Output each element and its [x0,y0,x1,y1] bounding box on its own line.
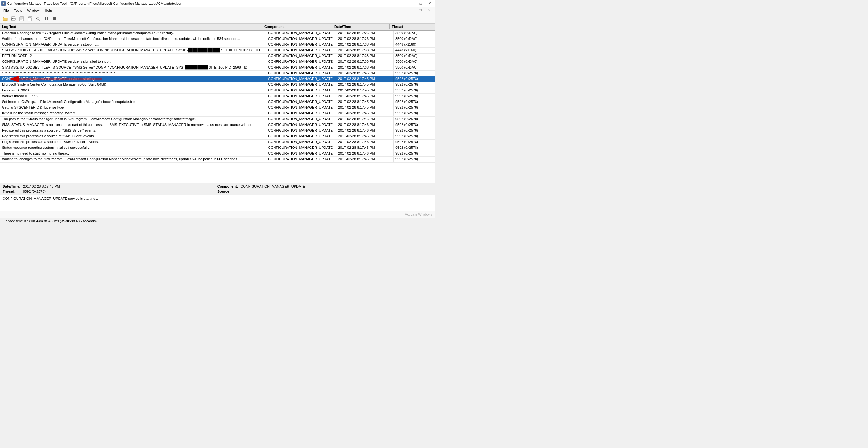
tool-pagesetup[interactable] [18,15,26,23]
log-datetime-cell: 2017-02-28 8:17:38 PM [336,65,394,70]
title-bar-controls: — □ ✕ [408,1,434,6]
tool-open[interactable] [1,15,9,23]
svg-rect-1 [3,18,7,21]
toolbar [0,14,435,24]
log-datetime-cell: 2017-02-28 8:17:45 PM [336,71,394,76]
log-text-cell: Detected a change to the "C:\Program Fil… [0,31,266,36]
log-datetime-cell: 2017-02-28 8:17:45 PM [336,88,394,93]
log-thread-cell: 4448 (x1160) [394,42,435,48]
col-header-datetime: Date/Time [333,24,390,29]
log-datetime-cell: 2017-02-28 8:17:46 PM [336,134,394,139]
tool-find[interactable] [34,15,42,23]
log-component-cell: CONFIGURATION_MANAGER_UPDATE [266,94,336,99]
col-header-log-text: Log Text [0,24,262,29]
log-component-cell: CONFIGURATION_MANAGER_UPDATE [266,99,336,105]
log-datetime-cell: 2017-02-28 8:17:46 PM [336,140,394,145]
maximize-button[interactable]: □ [416,1,425,6]
sub-close-button[interactable]: ✕ [425,8,433,13]
log-text-cell: RETURN CODE -2 [0,54,266,59]
log-table-body[interactable]: Detected a change to the "C:\Program Fil… [0,31,435,183]
table-row[interactable]: SMS_STATUS_MANAGER is not running as par… [0,122,435,128]
log-text-cell: Getting SYSCENTERID & iLicenseType [0,105,266,111]
log-component-cell: CONFIGURATION_MANAGER_UPDATE [266,31,336,36]
menu-tools[interactable]: Tools [11,8,25,13]
sub-restore-button[interactable]: ❐ [416,8,424,13]
table-row[interactable]: Registered this process as a source of "… [0,128,435,134]
detail-thread-value: 9592 (0x2578) [23,189,215,193]
log-text-cell: Waiting for changes to the "C:\Program F… [0,157,266,162]
svg-rect-5 [12,19,15,21]
svg-rect-16 [45,17,46,20]
log-datetime-cell: 2017-02-28 8:17:38 PM [336,48,394,53]
log-thread-cell: 9592 (0x2578) [394,122,435,128]
svg-point-14 [37,17,39,20]
log-thread-cell: 9592 (0x2578) [394,111,435,116]
minimize-button[interactable]: — [408,1,416,6]
detail-source-value [240,189,432,193]
detail-meta: Date/Time: 2017-02-28 8:17:45 PM Compone… [0,183,435,195]
table-row[interactable]: Waiting for changes to the "C:\Program F… [0,157,435,162]
table-row[interactable]: Waiting for changes to the "C:\Program F… [0,36,435,42]
log-datetime-cell: 2017-02-28 8:17:46 PM [336,111,394,116]
detail-component-label: Component: [217,184,238,188]
log-component-cell: CONFIGURATION_MANAGER_UPDATE [266,122,336,128]
table-row[interactable]: Set inbox to C:\Program Files\Microsoft … [0,99,435,105]
detail-thread-label: Thread: [3,189,20,193]
sub-minimize-button[interactable]: — [407,8,415,13]
log-component-cell: CONFIGURATION_MANAGER_UPDATE [266,54,336,59]
app-icon: 📋 [1,1,6,6]
log-component-cell: CONFIGURATION_MANAGER_UPDATE [266,117,336,122]
log-component-cell: CONFIGURATION_MANAGER_UPDATE [266,151,336,156]
menu-help[interactable]: Help [42,8,55,13]
table-row[interactable]: Registered this process as a source of "… [0,134,435,140]
table-row[interactable]: Microsoft System Center Configuration Ma… [0,82,435,88]
log-thread-cell: 9592 (0x2578) [394,82,435,88]
log-datetime-cell: 2017-02-28 8:17:45 PM [336,82,394,88]
table-row[interactable]: CONFIGURATION_MANAGER_UPDATE service is … [0,77,435,82]
tool-print[interactable] [9,15,17,23]
log-thread-cell: 9592 (0x2578) [394,99,435,105]
log-thread-cell: 3500 (0xDAC) [394,59,435,65]
table-row[interactable]: Process ID: 9028CONFIGURATION_MANAGER_UP… [0,88,435,94]
table-row[interactable]: The path to the "Status Manager" inbox i… [0,117,435,122]
log-text-cell: Initializing the status message reportin… [0,111,266,116]
log-component-cell: CONFIGURATION_MANAGER_UPDATE [266,48,336,53]
log-thread-cell: 9592 (0x2578) [394,128,435,133]
table-row[interactable]: There is no need to start monitoring thr… [0,151,435,157]
detail-source-label: Source: [217,189,238,193]
table-row[interactable]: Initializing the status message reportin… [0,111,435,117]
table-row[interactable]: Detected a change to the "C:\Program Fil… [0,31,435,36]
table-row[interactable]: CONFIGURATION_MANAGER_UPDATE service is … [0,42,435,48]
log-component-cell: CONFIGURATION_MANAGER_UPDATE [266,140,336,145]
menu-bar: File Tools Window Help — ❐ ✕ [0,7,435,14]
log-component-cell: CONFIGURATION_MANAGER_UPDATE [266,105,336,111]
tool-copy[interactable] [26,15,34,23]
col-header-component: Component [262,24,333,29]
table-row[interactable]: Worker thread ID: 9592CONFIGURATION_MANA… [0,94,435,99]
log-thread-cell: 3500 (0xDAC) [394,36,435,42]
table-row[interactable]: Getting SYSCENTERID & iLicenseTypeCONFIG… [0,105,435,111]
svg-rect-6 [12,19,13,19]
table-row[interactable]: Registered this process as a source of "… [0,140,435,145]
table-row[interactable]: STATMSG: ID=501 SEV=I LEV=M SOURCE="SMS … [0,48,435,54]
menu-file[interactable]: File [1,8,11,13]
table-row[interactable]: RETURN CODE -2CONFIGURATION_MANAGER_UPDA… [0,54,435,59]
log-text-cell: SMS_STATUS_MANAGER is not running as par… [0,122,266,128]
table-row[interactable]: STATMSG: ID=502 SEV=I LEV=M SOURCE="SMS … [0,65,435,71]
tool-pause[interactable] [43,15,50,23]
log-thread-cell: 9592 (0x2578) [394,140,435,145]
log-component-cell: CONFIGURATION_MANAGER_UPDATE [266,59,336,65]
tool-stop[interactable] [51,15,59,23]
log-thread-cell: 3500 (0xDAC) [394,65,435,70]
log-component-cell: CONFIGURATION_MANAGER_UPDATE [266,88,336,93]
table-row[interactable]: ****************************************… [0,71,435,77]
detail-datetime-value: 2017-02-28 8:17:45 PM [23,184,215,188]
log-thread-cell: 9592 (0x2578) [394,77,435,82]
log-datetime-cell: 2017-02-28 8:17:45 PM [336,99,394,105]
close-button[interactable]: ✕ [425,1,434,6]
log-datetime-cell: 2017-02-28 8:17:38 PM [336,54,394,59]
log-datetime-cell: 2017-02-28 8:17:45 PM [336,105,394,111]
menu-window[interactable]: Window [25,8,42,13]
table-row[interactable]: Status message reporting system initiali… [0,145,435,151]
table-row[interactable]: CONFIGURATION_MANAGER_UPDATE service is … [0,59,435,65]
